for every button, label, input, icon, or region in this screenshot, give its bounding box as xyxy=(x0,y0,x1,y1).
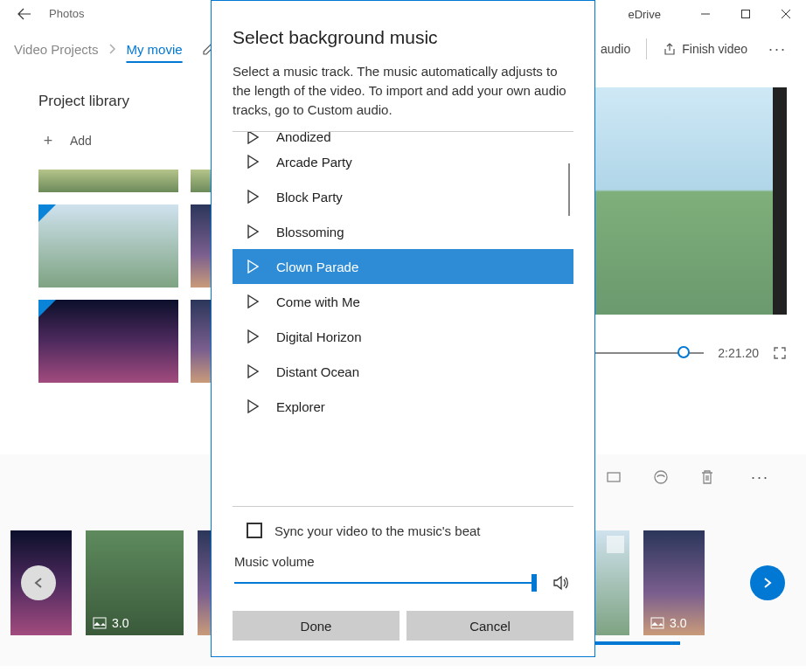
volume-slider[interactable] xyxy=(234,582,537,584)
track-item[interactable]: Distant Ocean xyxy=(233,354,573,389)
cancel-button[interactable]: Cancel xyxy=(406,611,573,641)
play-icon[interactable] xyxy=(247,364,259,378)
track-item[interactable]: Come with Me xyxy=(233,284,573,319)
track-item[interactable]: Block Party xyxy=(233,179,573,214)
speaker-icon[interactable] xyxy=(552,574,572,592)
track-item-selected[interactable]: Clown Parade xyxy=(233,249,573,284)
track-item[interactable]: Blossoming xyxy=(233,214,573,249)
volume-label: Music volume xyxy=(233,554,573,569)
play-icon[interactable] xyxy=(247,329,259,343)
dialog-buttons: Done Cancel xyxy=(233,611,573,641)
volume-control xyxy=(233,574,573,611)
track-item[interactable]: Explorer xyxy=(233,389,573,424)
track-item[interactable]: Anodized xyxy=(233,131,573,144)
track-item[interactable]: Digital Horizon xyxy=(233,319,573,354)
done-button[interactable]: Done xyxy=(233,611,400,641)
track-item[interactable]: Arcade Party xyxy=(233,144,573,179)
modal-overlay: Select background music Select a music t… xyxy=(0,0,806,672)
background-music-dialog: Select background music Select a music t… xyxy=(211,0,595,657)
dialog-title: Select background music xyxy=(233,27,573,48)
play-icon[interactable] xyxy=(247,225,259,239)
volume-thumb[interactable] xyxy=(532,574,537,592)
sync-label: Sync your video to the music's beat xyxy=(274,523,480,538)
play-icon[interactable] xyxy=(247,294,259,308)
play-icon[interactable] xyxy=(247,131,259,144)
sync-option[interactable]: Sync your video to the music's beat xyxy=(233,507,573,554)
scrollbar-thumb[interactable] xyxy=(568,163,570,216)
play-icon[interactable] xyxy=(247,155,259,169)
play-icon[interactable] xyxy=(247,190,259,204)
sync-checkbox[interactable] xyxy=(247,523,262,538)
play-icon[interactable] xyxy=(247,399,259,413)
dialog-description: Select a music track. The music automati… xyxy=(233,62,573,119)
play-icon[interactable] xyxy=(247,260,259,274)
track-list[interactable]: Anodized Arcade Party Block Party Blosso… xyxy=(233,131,573,507)
